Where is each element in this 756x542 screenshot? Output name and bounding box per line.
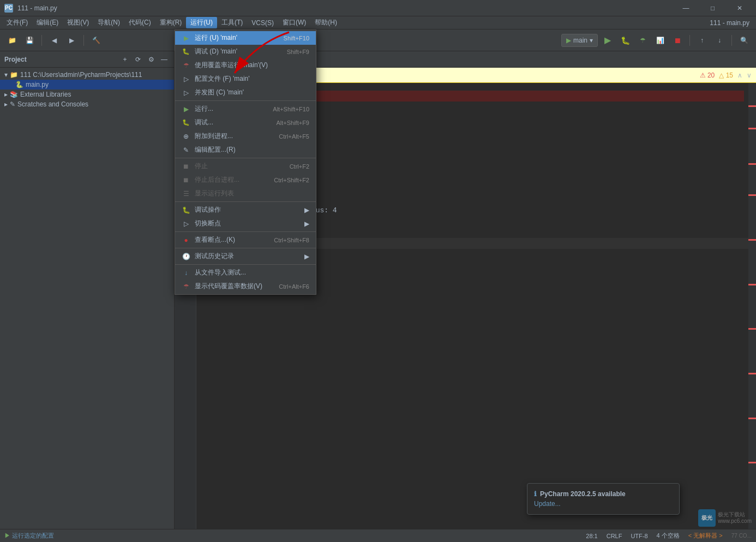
error-count-badge: ⚠ 20 [700,72,715,79]
menu-navigate[interactable]: 导航(N) [93,17,124,28]
sidebar-collapse-btn[interactable]: — [159,54,170,65]
attach-shortcut: Ctrl+Alt+F5 [279,133,309,140]
stop-icon: ⏹ [182,162,190,171]
profile-icon: ▷ [182,75,190,84]
minimize-button[interactable]: — [674,0,698,16]
run-main-label: 运行 (U) 'main' [195,33,237,43]
debug-any-shortcut: Alt+Shift+F9 [276,120,309,126]
status-line-ending[interactable]: CRLF [607,533,622,539]
toolbar-vcs-btn[interactable]: ↑ [694,33,710,48]
sidebar-add-btn[interactable]: + [119,54,130,65]
toolbar-sep-4 [731,35,732,46]
run-menu-view-bp[interactable]: ● 查看断点...(K) Ctrl+Shift+F8 [175,233,316,247]
menu-edit[interactable]: 编辑(E) [32,17,63,28]
sidebar-content: ▾ 📁 111 C:\Users\admin\PycharmProjects\1… [0,68,174,529]
notification-update-link[interactable]: Update... [534,500,561,508]
app-icon: PC [4,4,13,13]
tree-item-scratches[interactable]: ▸ ✎ Scratches and Consoles [0,99,174,109]
right-bar[interactable] [748,83,756,529]
run-menu-profile-main[interactable]: ▷ 配置文件 (F) 'main' [175,72,316,86]
toolbar-save-btn[interactable]: 💾 [22,33,37,48]
status-git: 77 CO... [731,533,752,539]
show-running-label: 显示运行列表 [195,189,234,198]
title-bar: PC 111 - main.py — □ ✕ [0,0,756,16]
inspection-expand-icon[interactable]: ∧ [737,72,742,79]
run-menu-debug-main[interactable]: 🐛 调试 (D) 'main' Shift+F9 [175,45,316,58]
coverage-main-label: 使用覆盖率运行 'main'(V) [195,61,268,70]
run-menu-coverage-main[interactable]: ☂ 使用覆盖率运行 'main'(V) [175,58,316,72]
view-bp-icon: ● [182,236,190,245]
error-mark-3 [748,163,756,165]
error-mark-10 [748,462,756,463]
status-encoding[interactable]: UTF-8 [631,533,647,539]
menu-file[interactable]: 文件(F) [2,17,32,28]
toolbar-back-btn[interactable]: ◀ [46,33,62,48]
close-button[interactable]: ✕ [727,0,752,16]
run-button[interactable]: ▶ [600,33,615,48]
status-bar: ▶ 运行选定的配置 28:1 CRLF UTF-8 4 个空格 < 无解释器 >… [0,529,756,542]
menu-refactor[interactable]: 重构(R) [155,17,187,28]
watermark-text: 极光下载站 www.pc6.com [718,511,752,525]
error-mark-7 [748,328,756,330]
import-test-label: 从文件导入测试... [195,268,246,277]
run-config-select[interactable]: ▶ main ▾ [561,34,598,47]
edit-config-label: 编辑配置...(R) [195,145,236,154]
toggle-bp-label: 切换断点 [195,219,221,228]
tree-item-project[interactable]: ▾ 📁 111 C:\Users\admin\PycharmProjects\1… [0,70,174,80]
menu-view[interactable]: 视图(V) [63,17,93,28]
toolbar-forward-btn[interactable]: ▶ [64,33,79,48]
sidebar-actions: + ⟳ ⚙ — [119,54,170,65]
tree-item-external-libs[interactable]: ▸ 📚 External Libraries [0,90,174,99]
inspection-collapse-icon[interactable]: ∨ [747,72,752,79]
debug-button[interactable]: 🐛 [617,33,633,48]
toolbar-open-btn[interactable]: 📁 [4,33,20,48]
test-history-label: 测试历史记录 [195,252,234,261]
menu-tools[interactable]: 工具(T) [217,17,247,28]
menu-bar: 文件(F) 编辑(E) 视图(V) 导航(N) 代码(C) 重构(R) 运行(U… [0,16,756,29]
run-menu-concurrency-main[interactable]: ▷ 并发图 (C) 'main' [175,86,316,99]
stop-bg-label: 停止后台进程... [195,175,239,184]
toolbar-build-btn[interactable]: 🔨 [88,33,104,48]
warning-count-badge: △ 15 [719,72,733,79]
menu-help[interactable]: 帮助(H) [310,17,341,28]
maximize-button[interactable]: □ [700,0,725,16]
menu-run[interactable]: 运行(U) [186,17,217,28]
show-coverage-shortcut: Ctrl+Alt+F6 [279,283,309,290]
sidebar-sync-btn[interactable]: ⟳ [133,54,143,65]
run-menu-edit-config[interactable]: ✎ 编辑配置...(R) [175,143,316,157]
status-interpreter[interactable]: < 无解释器 > [688,532,723,540]
status-indent[interactable]: 4 个空格 [657,532,680,540]
run-menu-run-any[interactable]: ▶ 运行... Alt+Shift+F10 [175,102,316,116]
status-run-config[interactable]: ▶ 运行选定的配置 [4,532,54,540]
error-mark-9 [748,418,756,419]
notification-title: ℹ PyCharm 2020.2.5 available [534,490,673,498]
sidebar-settings-btn[interactable]: ⚙ [146,54,157,65]
run-menu-test-history[interactable]: 🕐 测试历史记录 ▶ [175,249,316,263]
profile-button[interactable]: 📊 [652,33,668,48]
debug-main-label: 调试 (D) 'main' [195,47,237,56]
toolbar-search-btn[interactable]: 🔍 [736,33,752,48]
run-menu-debug-actions[interactable]: 🐛 调试操作 ▶ [175,203,316,217]
run-menu-show-running: ☰ 显示运行列表 [175,187,316,200]
status-position: 28:1 [586,533,597,539]
run-menu-import-test[interactable]: ↓ 从文件导入测试... [175,266,316,279]
menu-code[interactable]: 代码(C) [124,17,155,28]
tree-item-mainpy[interactable]: 🐍 main.py [0,80,174,90]
info-icon: ℹ [534,490,537,498]
run-menu-run-main[interactable]: ▶ 运行 (U) 'main' Shift+F10 [175,31,316,45]
menu-window[interactable]: 窗口(W) [278,17,310,28]
run-menu-toggle-bp[interactable]: ▷ 切换断点 ▶ [175,217,316,230]
run-any-shortcut: Alt+Shift+F10 [273,106,309,112]
run-menu-debug-any[interactable]: 🐛 调试... Alt+Shift+F9 [175,116,316,129]
test-history-arrow: ▶ [304,253,309,260]
coverage-button[interactable]: ☂ [635,33,650,48]
run-menu-show-coverage[interactable]: ☂ 显示代码覆盖率数据(V) Ctrl+Alt+F6 [175,279,316,293]
stop-button[interactable]: ⏹ [670,33,685,48]
toolbar-vcs-update-btn[interactable]: ↓ [712,33,727,48]
dropdown-sep-4 [175,231,316,232]
run-menu-attach[interactable]: ⊕ 附加到进程... Ctrl+Alt+F5 [175,129,316,143]
stop-shortcut: Ctrl+F2 [290,163,309,170]
menu-vcs[interactable]: VCS(S) [247,18,278,28]
error-mark-1 [748,105,756,107]
run-any-label: 运行... [195,104,213,114]
